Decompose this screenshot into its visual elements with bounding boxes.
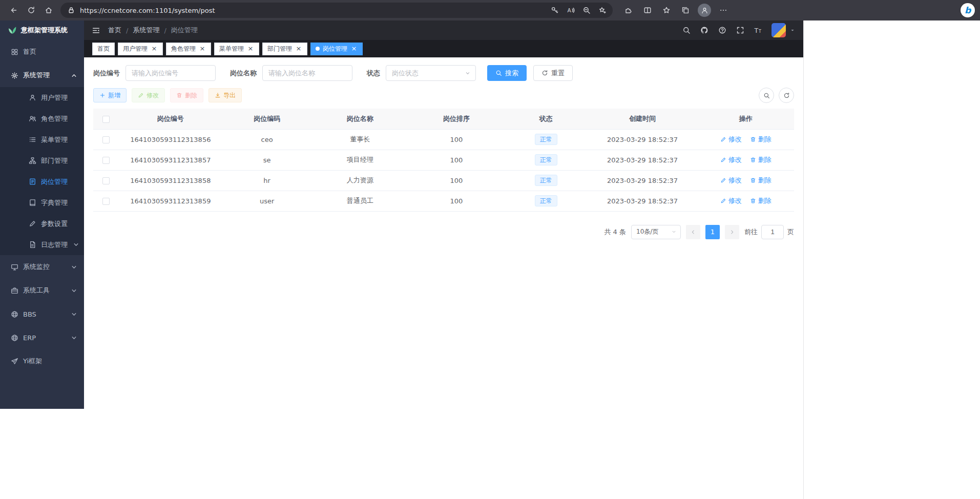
- docs-button[interactable]: [715, 23, 729, 37]
- post-code-input[interactable]: [126, 65, 216, 81]
- caret-down-icon[interactable]: [789, 27, 796, 33]
- page-size-select[interactable]: 10条/页: [631, 225, 681, 239]
- sidebar-item-system-monitor[interactable]: 系统监控: [0, 255, 84, 279]
- row-delete-button[interactable]: 删除: [750, 176, 772, 185]
- sidebar-item-yi-framework[interactable]: Yi框架: [0, 349, 84, 373]
- row-edit-button[interactable]: 修改: [720, 176, 742, 185]
- breadcrumb-item[interactable]: 首页: [108, 26, 121, 35]
- font-size-button[interactable]: TT: [751, 23, 765, 37]
- bing-chat-button[interactable]: b: [961, 3, 975, 17]
- puzzle-icon: [624, 6, 633, 14]
- tab-close-icon[interactable]: ×: [350, 45, 358, 52]
- tab-user-management[interactable]: 用户管理×: [118, 43, 163, 55]
- sidebar-item-bbs[interactable]: BBS: [0, 302, 84, 326]
- tab-label: 岗位管理: [323, 45, 347, 53]
- sidebar-item-menu-management[interactable]: 菜单管理: [0, 129, 84, 150]
- row-checkbox[interactable]: [102, 136, 110, 143]
- sidebar-item-user-management[interactable]: 用户管理: [0, 87, 84, 108]
- zoom-out-icon: [582, 6, 591, 14]
- address-bar[interactable]: https://ccnetcore.com:1101/system/post A: [60, 3, 613, 18]
- page-1-button[interactable]: 1: [705, 225, 720, 239]
- toggle-search-button[interactable]: [759, 88, 774, 103]
- star-icon: [662, 6, 671, 14]
- next-page-button[interactable]: [725, 225, 739, 239]
- pagination-total: 共 4 条: [604, 227, 626, 237]
- delete-button[interactable]: 删除: [170, 88, 203, 102]
- select-all-checkbox[interactable]: [102, 116, 110, 123]
- row-edit-button[interactable]: 修改: [720, 135, 742, 144]
- read-aloud-button[interactable]: A: [563, 4, 578, 17]
- search-button[interactable]: 搜索: [487, 65, 527, 81]
- status-select[interactable]: 岗位状态: [386, 65, 476, 81]
- breadcrumb-item[interactable]: 系统管理: [133, 26, 159, 35]
- export-button[interactable]: 导出: [208, 88, 242, 102]
- chevron-right-icon: [729, 229, 735, 235]
- row-checkbox[interactable]: [102, 157, 110, 164]
- edit-icon: [720, 136, 726, 142]
- sidebar-item-dict-management[interactable]: 字典管理: [0, 192, 84, 213]
- favorites-button[interactable]: [658, 3, 675, 18]
- split-screen-button[interactable]: [639, 3, 656, 18]
- sidebar-item-system-management[interactable]: 系统管理: [0, 64, 84, 87]
- badge-icon: [29, 178, 36, 185]
- fullscreen-button[interactable]: [733, 23, 747, 37]
- sidebar-item-post-management[interactable]: 岗位管理: [0, 171, 84, 192]
- sidebar-item-erp[interactable]: ERP: [0, 326, 84, 349]
- browser-profile-avatar[interactable]: [698, 4, 711, 17]
- gear-icon: [11, 72, 18, 79]
- goto-page: 前往 页: [744, 225, 794, 239]
- sidebar-item-role-management[interactable]: 角色管理: [0, 108, 84, 129]
- tab-post-management[interactable]: 岗位管理×: [310, 43, 363, 55]
- add-favorite-button[interactable]: [595, 4, 610, 17]
- prev-page-button[interactable]: [686, 225, 700, 239]
- tab-close-icon[interactable]: ×: [247, 45, 254, 52]
- user-avatar[interactable]: [772, 23, 786, 37]
- navbar-search-button[interactable]: [679, 23, 694, 37]
- sidebar-toggle-button[interactable]: [92, 26, 100, 35]
- tab-dept-management[interactable]: 部门管理×: [262, 43, 307, 55]
- refresh-table-button[interactable]: [779, 88, 794, 103]
- reset-button-label: 重置: [551, 69, 565, 78]
- sidebar-item-label: 用户管理: [41, 93, 68, 102]
- tab-menu-management[interactable]: 菜单管理×: [214, 43, 259, 55]
- status-badge: 正常: [535, 154, 557, 165]
- tab-home[interactable]: 首页: [92, 43, 115, 55]
- add-button[interactable]: 新增: [93, 88, 127, 102]
- sidebar-item-home[interactable]: 首页: [0, 40, 84, 64]
- sidebar-item-param-settings[interactable]: 参数设置: [0, 213, 84, 234]
- row-checkbox[interactable]: [102, 198, 110, 205]
- reset-button[interactable]: 重置: [533, 65, 573, 81]
- edit-button[interactable]: 修改: [132, 88, 165, 102]
- row-delete-button[interactable]: 删除: [750, 135, 772, 144]
- row-delete-button[interactable]: 删除: [750, 155, 772, 164]
- leaf-logo-icon: [8, 26, 17, 35]
- sidebar-item-log-management[interactable]: 日志管理: [0, 234, 84, 255]
- refresh-icon: [27, 6, 35, 14]
- browser-menu-button[interactable]: [715, 3, 732, 18]
- column-header: 创建时间: [587, 109, 697, 129]
- row-checkbox[interactable]: [102, 177, 110, 184]
- extensions-button[interactable]: [620, 3, 637, 18]
- tab-close-icon[interactable]: ×: [151, 45, 158, 52]
- post-id-cell: 1641030593112313859: [119, 191, 222, 211]
- row-edit-button[interactable]: 修改: [720, 196, 742, 205]
- post-name-input[interactable]: [262, 65, 352, 81]
- github-button[interactable]: [697, 23, 712, 37]
- sidebar-item-system-tools[interactable]: 系统工具: [0, 279, 84, 302]
- browser-back-button[interactable]: [5, 3, 23, 18]
- password-manager-button[interactable]: [547, 4, 562, 17]
- tab-role-management[interactable]: 角色管理×: [166, 43, 211, 55]
- browser-home-button[interactable]: [40, 3, 57, 18]
- zoom-button[interactable]: [579, 4, 594, 17]
- sidebar-item-label: 岗位管理: [41, 177, 68, 186]
- row-delete-button[interactable]: 删除: [750, 196, 772, 205]
- sidebar-item-dept-management[interactable]: 部门管理: [0, 150, 84, 171]
- browser-refresh-button[interactable]: [23, 3, 40, 18]
- collections-button[interactable]: [677, 3, 694, 18]
- read-aloud-icon: A: [567, 6, 575, 14]
- goto-page-input[interactable]: [761, 225, 784, 239]
- pencil-icon: [29, 220, 36, 227]
- tab-close-icon[interactable]: ×: [199, 45, 206, 52]
- row-edit-button[interactable]: 修改: [720, 155, 742, 164]
- tab-close-icon[interactable]: ×: [295, 45, 302, 52]
